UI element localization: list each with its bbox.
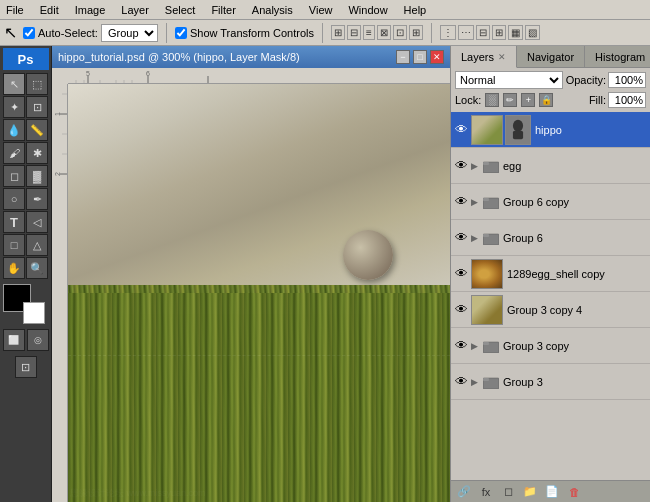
layer-1289egg-visibility[interactable]: 👁 [453, 266, 469, 282]
hand-tool[interactable]: ✋ [3, 257, 25, 279]
gradient-tool[interactable]: ▓ [26, 165, 48, 187]
layer-group3-visibility[interactable]: 👁 [453, 374, 469, 390]
fill-input[interactable] [608, 92, 646, 108]
minimize-button[interactable]: − [396, 50, 410, 64]
align-icon-3[interactable]: ≡ [363, 25, 375, 40]
blend-opacity-row: Normal Multiply Screen Opacity: [455, 71, 646, 89]
layer-1289egg-name: 1289egg_shell copy [505, 268, 605, 280]
lock-image-icon[interactable]: ✏ [503, 93, 517, 107]
menu-view[interactable]: View [307, 4, 335, 16]
tab-navigator[interactable]: Navigator [517, 46, 585, 67]
menu-window[interactable]: Window [346, 4, 389, 16]
layer-hippo-name: hippo [533, 124, 562, 136]
menu-analysis[interactable]: Analysis [250, 4, 295, 16]
layer-group3copy4[interactable]: 👁 Group 3 copy 4 [451, 292, 650, 328]
tab-histogram[interactable]: Histogram [585, 46, 650, 67]
layer-1289egg[interactable]: 👁 1289egg_shell copy [451, 256, 650, 292]
align-icon-1[interactable]: ⊞ [331, 25, 345, 40]
text-tool[interactable]: T [3, 211, 25, 233]
delete-layer-button[interactable]: 🗑 [565, 484, 583, 500]
background-color[interactable] [23, 302, 45, 324]
menu-select[interactable]: Select [163, 4, 198, 16]
layer-group6-visibility[interactable]: 👁 [453, 230, 469, 246]
menu-edit[interactable]: Edit [38, 4, 61, 16]
menu-image[interactable]: Image [73, 4, 108, 16]
ruler-vertical: 1 2 [52, 84, 68, 502]
dist-icon-1[interactable]: ⋮ [440, 25, 456, 40]
dodge-tool[interactable]: ○ [3, 188, 25, 210]
tab-layers-close[interactable]: ✕ [498, 52, 506, 62]
move-tool[interactable]: ↖ [3, 73, 25, 95]
layer-egg[interactable]: 👁 ▶ egg [451, 148, 650, 184]
blend-mode-select[interactable]: Normal Multiply Screen [455, 71, 563, 89]
menu-help[interactable]: Help [402, 4, 429, 16]
add-style-button[interactable]: fx [477, 484, 495, 500]
shape-tool[interactable]: □ [3, 234, 25, 256]
layer-group3copy[interactable]: 👁 ▶ Group 3 copy [451, 328, 650, 364]
quick-mask-mode[interactable]: ◎ [27, 329, 49, 351]
toolbar-sep-1 [166, 23, 167, 43]
canvas-content[interactable]: 思缘设计论坛 www.missyuan.com [68, 84, 450, 502]
ruler-tool[interactable]: 📏 [26, 119, 48, 141]
layer-group3-expand[interactable]: ▶ [471, 377, 481, 387]
layer-group3[interactable]: 👁 ▶ Group 3 [451, 364, 650, 400]
close-button[interactable]: ✕ [430, 50, 444, 64]
layer-group6copy-visibility[interactable]: 👁 [453, 194, 469, 210]
3d-tool[interactable]: △ [26, 234, 48, 256]
align-icon-5[interactable]: ⊡ [393, 25, 407, 40]
pen-tool[interactable]: ✒ [26, 188, 48, 210]
transform-checkbox[interactable] [175, 27, 187, 39]
layer-group6copy[interactable]: 👁 ▶ Group 6 copy [451, 184, 650, 220]
layer-group3copy-visibility[interactable]: 👁 [453, 338, 469, 354]
brush-tool[interactable]: 🖌 [3, 142, 25, 164]
lock-position-icon[interactable]: + [521, 93, 535, 107]
tool-row-4: 🖌 ✱ [3, 142, 48, 164]
menu-layer[interactable]: Layer [119, 4, 151, 16]
autoselect-checkbox[interactable] [23, 27, 35, 39]
magic-wand-tool[interactable]: ✦ [3, 96, 25, 118]
autoselect-dropdown[interactable]: Group Layer [101, 24, 158, 42]
transform-label: Show Transform Controls [190, 27, 314, 39]
opacity-input[interactable] [608, 72, 646, 88]
layer-group6-expand[interactable]: ▶ [471, 233, 481, 243]
layer-group6copy-expand[interactable]: ▶ [471, 197, 481, 207]
crop-tool[interactable]: ⊡ [26, 96, 48, 118]
align-icon-4[interactable]: ⊠ [377, 25, 391, 40]
tab-layers[interactable]: Layers ✕ [451, 46, 517, 68]
dist-icon-6[interactable]: ▧ [525, 25, 540, 40]
dist-icon-5[interactable]: ▦ [508, 25, 523, 40]
layer-group3copy4-visibility[interactable]: 👁 [453, 302, 469, 318]
menu-filter[interactable]: Filter [209, 4, 237, 16]
path-tool[interactable]: ◁ [26, 211, 48, 233]
dist-icon-4[interactable]: ⊞ [492, 25, 506, 40]
standard-mode[interactable]: ⬜ [3, 329, 25, 351]
new-group-button[interactable]: 📁 [521, 484, 539, 500]
svg-point-18 [513, 119, 523, 131]
dist-icon-2[interactable]: ⋯ [458, 25, 474, 40]
align-icon-2[interactable]: ⊟ [347, 25, 361, 40]
zoom-tool[interactable]: 🔍 [26, 257, 48, 279]
screen-mode-tool[interactable]: ⊡ [15, 356, 37, 378]
layer-egg-visibility[interactable]: 👁 [453, 158, 469, 174]
restore-button[interactable]: □ [413, 50, 427, 64]
lasso-tool[interactable]: ⬚ [26, 73, 48, 95]
new-layer-button[interactable]: 📄 [543, 484, 561, 500]
add-mask-button[interactable]: ◻ [499, 484, 517, 500]
svg-rect-27 [483, 342, 489, 345]
tool-row-8: □ △ [3, 234, 48, 256]
lock-transparent-icon[interactable]: ░ [485, 93, 499, 107]
layer-group6[interactable]: 👁 ▶ Group 6 [451, 220, 650, 256]
align-icon-6[interactable]: ⊞ [409, 25, 423, 40]
layer-hippo-visibility[interactable]: 👁 [453, 122, 469, 138]
stamp-tool[interactable]: ✱ [26, 142, 48, 164]
dist-icon-3[interactable]: ⊟ [476, 25, 490, 40]
layer-group3copy-expand[interactable]: ▶ [471, 341, 481, 351]
layer-egg-expand[interactable]: ▶ [471, 161, 481, 171]
menubar: File Edit Image Layer Select Filter Anal… [0, 0, 650, 20]
menu-file[interactable]: File [4, 4, 26, 16]
lock-all-icon[interactable]: 🔒 [539, 93, 553, 107]
eyedropper-tool[interactable]: 💧 [3, 119, 25, 141]
link-layers-button[interactable]: 🔗 [455, 484, 473, 500]
layer-hippo[interactable]: 👁 hippo [451, 112, 650, 148]
eraser-tool[interactable]: ◻ [3, 165, 25, 187]
